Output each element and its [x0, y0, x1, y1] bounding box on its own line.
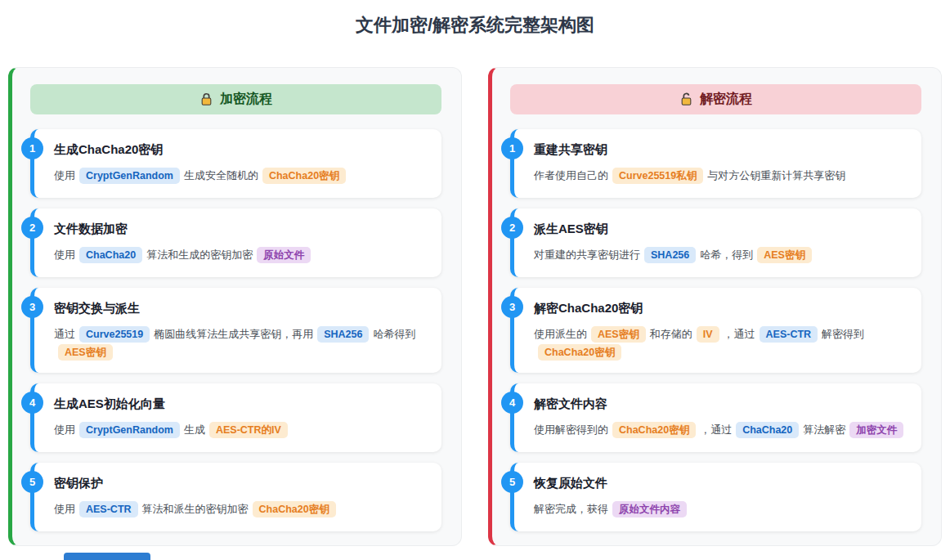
step-title: 密钥交换与派生: [54, 301, 428, 316]
step-card: 3 解密ChaCha20密钥 使用派生的AES密钥和存储的IV，通过AES-CT…: [510, 288, 921, 373]
description-text: 和存储的: [650, 328, 692, 340]
step-number-badge: 1: [21, 137, 43, 159]
description-text: 生成安全随机的: [184, 169, 258, 181]
step-number-badge: 5: [501, 471, 523, 493]
keyword-badge-orange: AES密钥: [58, 344, 113, 361]
keyword-badge-orange: IV: [697, 326, 719, 343]
flow-panel-encrypt: 加密流程 1 生成ChaCha20密钥 使用CryptGenRandom生成安全…: [8, 67, 462, 546]
step-card: 3 密钥交换与派生 通过Curve25519椭圆曲线算法生成共享密钥，再用SHA…: [30, 288, 441, 373]
description-text: 使用: [54, 503, 75, 515]
step-card: 1 重建共享密钥 作者使用自己的Curve25519私钥与对方公钥重新计算共享密…: [510, 129, 921, 198]
keyword-badge-orange: ChaCha20密钥: [612, 422, 696, 438]
description-text: ，通过: [724, 328, 755, 340]
step-card: 4 解密文件内容 使用解密得到的ChaCha20密钥，通过ChaCha20算法解…: [510, 383, 921, 452]
step-description: 使用派生的AES密钥和存储的IV，通过AES-CTR解密得到ChaCha20密钥: [534, 325, 908, 361]
keyword-badge-purple: 原始文件: [257, 247, 311, 263]
step-title: 密钥保护: [54, 476, 428, 491]
lock-open-icon: [679, 92, 693, 106]
panel-header: 加密流程: [30, 84, 441, 114]
step-description: 使用AES-CTR算法和派生的密钥加密ChaCha20密钥: [54, 500, 428, 518]
description-text: 使用: [54, 423, 75, 436]
step-card: 1 生成ChaCha20密钥 使用CryptGenRandom生成安全随机的Ch…: [30, 129, 441, 198]
step-number-badge: 3: [21, 296, 43, 318]
step-description: 对重建的共享密钥进行SHA256哈希，得到AES密钥: [534, 246, 908, 264]
step-number-badge: 4: [21, 392, 43, 414]
flow-columns: 加密流程 1 生成ChaCha20密钥 使用CryptGenRandom生成安全…: [0, 67, 950, 546]
description-text: 与对方公钥重新计算共享密钥: [707, 169, 845, 181]
description-text: 生成: [184, 423, 205, 436]
step-description: 作者使用自己的Curve25519私钥与对方公钥重新计算共享密钥: [534, 167, 908, 185]
step-number-badge: 3: [501, 296, 523, 318]
step-title: 恢复原始文件: [534, 476, 908, 491]
description-text: 算法解密: [803, 423, 845, 436]
description-text: 解密完成，获得: [534, 503, 608, 515]
keyword-badge-blue: SHA256: [644, 247, 696, 263]
keyword-badge-blue: Curve25519: [79, 326, 150, 343]
panel-title: 加密流程: [220, 91, 272, 108]
keyword-badge-blue: ChaCha20: [736, 422, 799, 438]
keyword-badge-orange: AES-CTR的IV: [209, 422, 288, 438]
step-description: 使用CryptGenRandom生成AES-CTR的IV: [54, 421, 428, 439]
clipped-blue-element: [64, 553, 150, 560]
step-number-badge: 1: [501, 137, 523, 159]
flow-panel-decrypt: 解密流程 1 重建共享密钥 作者使用自己的Curve25519私钥与对方公钥重新…: [488, 67, 942, 546]
step-description: 使用ChaCha20算法和生成的密钥加密原始文件: [54, 246, 428, 264]
step-card: 5 密钥保护 使用AES-CTR算法和派生的密钥加密ChaCha20密钥: [30, 463, 441, 531]
keyword-badge-orange: Curve25519私钥: [612, 168, 703, 184]
keyword-badge-orange: AES密钥: [591, 326, 646, 343]
page-title: 文件加密/解密系统完整架构图: [0, 0, 950, 37]
step-title: 解密文件内容: [534, 396, 908, 412]
description-text: 哈希得到: [373, 328, 415, 340]
panel-header: 解密流程: [510, 84, 921, 114]
step-number-badge: 5: [21, 471, 43, 493]
keyword-badge-blue: ChaCha20: [79, 247, 142, 263]
description-text: 算法和生成的密钥加密: [146, 249, 253, 261]
step-list: 1 重建共享密钥 作者使用自己的Curve25519私钥与对方公钥重新计算共享密…: [510, 129, 921, 531]
description-text: 哈希，得到: [700, 249, 753, 261]
description-text: 使用: [54, 169, 75, 181]
step-description: 使用解密得到的ChaCha20密钥，通过ChaCha20算法解密加密文件: [534, 421, 908, 439]
description-text: ，通过: [700, 423, 732, 436]
description-text: 使用: [54, 249, 75, 261]
step-card: 5 恢复原始文件 解密完成，获得原始文件内容: [510, 463, 921, 531]
lock-closed-icon: [199, 92, 213, 106]
step-title: 文件数据加密: [54, 222, 428, 237]
description-text: 对重建的共享密钥进行: [534, 249, 640, 261]
step-number-badge: 2: [501, 217, 523, 239]
keyword-badge-blue: AES-CTR: [79, 501, 138, 517]
description-text: 作者使用自己的: [534, 169, 608, 181]
panel-title: 解密流程: [700, 91, 752, 108]
step-card: 2 文件数据加密 使用ChaCha20算法和生成的密钥加密原始文件: [30, 208, 441, 277]
step-title: 生成AES初始化向量: [54, 396, 428, 412]
step-card: 2 派生AES密钥 对重建的共享密钥进行SHA256哈希，得到AES密钥: [510, 208, 921, 277]
keyword-badge-purple: 原始文件内容: [612, 501, 687, 517]
keyword-badge-orange: AES密钥: [757, 247, 812, 263]
description-text: 椭圆曲线算法生成共享密钥，再用: [154, 328, 313, 340]
step-title: 派生AES密钥: [534, 222, 908, 237]
description-text: 使用解密得到的: [534, 423, 608, 436]
description-text: 使用派生的: [534, 328, 587, 340]
step-card: 4 生成AES初始化向量 使用CryptGenRandom生成AES-CTR的I…: [30, 383, 441, 452]
step-description: 通过Curve25519椭圆曲线算法生成共享密钥，再用SHA256哈希得到AES…: [54, 325, 428, 361]
step-number-badge: 4: [501, 392, 523, 414]
keyword-badge-blue: CryptGenRandom: [79, 168, 180, 184]
step-description: 使用CryptGenRandom生成安全随机的ChaCha20密钥: [54, 167, 428, 185]
keyword-badge-orange: ChaCha20密钥: [538, 344, 621, 361]
keyword-badge-orange: ChaCha20密钥: [262, 168, 346, 184]
keyword-badge-blue: AES-CTR: [760, 326, 818, 343]
step-title: 重建共享密钥: [534, 142, 908, 158]
step-description: 解密完成，获得原始文件内容: [534, 500, 908, 518]
keyword-badge-blue: CryptGenRandom: [79, 422, 180, 438]
step-title: 生成ChaCha20密钥: [54, 142, 428, 158]
description-text: 解密得到: [822, 328, 864, 340]
keyword-badge-purple: 加密文件: [849, 422, 903, 438]
step-number-badge: 2: [21, 217, 43, 239]
keyword-badge-blue: SHA256: [317, 326, 369, 343]
step-list: 1 生成ChaCha20密钥 使用CryptGenRandom生成安全随机的Ch…: [30, 129, 441, 531]
description-text: 算法和派生的密钥加密: [142, 503, 249, 515]
step-title: 解密ChaCha20密钥: [534, 301, 908, 316]
description-text: 通过: [54, 328, 75, 340]
keyword-badge-orange: ChaCha20密钥: [253, 501, 336, 517]
